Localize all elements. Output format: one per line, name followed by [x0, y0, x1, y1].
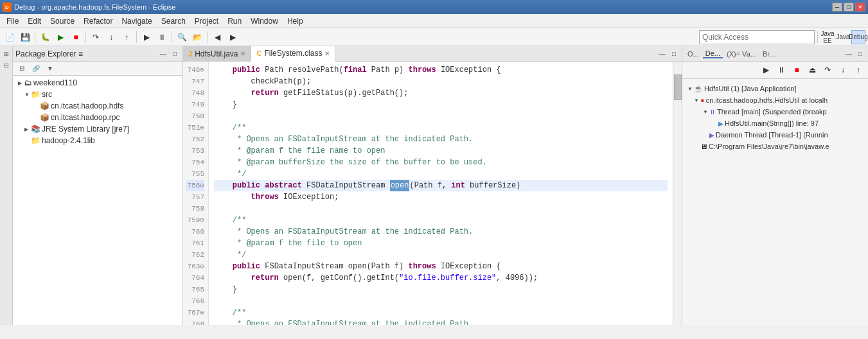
code-line-755: */ [214, 168, 668, 180]
code-line-765: } [214, 284, 668, 295]
menu-source[interactable]: Source [46, 15, 78, 27]
stop-button[interactable]: ■ [69, 30, 83, 44]
menu-refactor[interactable]: Refactor [80, 15, 116, 27]
tab-close-hdfsutil[interactable]: ✕ [240, 50, 245, 57]
debug-step-into-btn[interactable]: ↓ [836, 63, 850, 77]
save-button[interactable]: 💾 [18, 30, 32, 44]
tree-item-src[interactable]: ▼ 📁 src [13, 89, 182, 100]
menu-window[interactable]: Window [247, 15, 282, 27]
code-content[interactable]: public Path resolvePath(final Path p) th… [209, 62, 673, 325]
scrollbar-thumb[interactable] [674, 74, 682, 100]
tree-item-hadoop-lib[interactable]: 📁 hadoop-2.4.1lib [13, 135, 182, 146]
settings-btn[interactable]: ▼ [44, 63, 56, 74]
tree-arrow-jre: ▶ [24, 126, 31, 132]
tree-icon-rpc: 📦 [40, 113, 49, 122]
open-resource-button[interactable]: 📂 [190, 30, 204, 44]
debug-tab-debug[interactable]: De... [703, 49, 723, 58]
left-icon-1[interactable]: ⊞ [1, 49, 12, 59]
tab-hdfsutil[interactable]: J HdfsUtil.java ✕ [183, 46, 251, 62]
panel-title: Package Explorer ≡ [15, 49, 158, 58]
vertical-scrollbar[interactable] [673, 62, 682, 325]
left-icon-2[interactable]: ⊟ [1, 60, 12, 71]
menu-project[interactable]: Project [191, 15, 222, 27]
tab-icon-hdfsutil: J [188, 50, 192, 58]
tree-label-weekend110: weekend110 [33, 78, 77, 87]
tab-close-filesystem[interactable]: ✕ [324, 50, 330, 57]
code-line-768: * Opens an FSDataInputStream at the indi… [214, 318, 668, 325]
step-out-button[interactable]: ↑ [120, 30, 134, 44]
menu-file[interactable]: File [3, 15, 22, 27]
code-line-753: * @param f the file name to open [214, 145, 668, 157]
new-button[interactable]: 📄 [3, 30, 17, 44]
menu-edit[interactable]: Edit [24, 15, 45, 27]
debug-button[interactable]: 🐛 [38, 30, 52, 44]
minimize-button[interactable]: ─ [832, 3, 842, 12]
panel-minimize-btn[interactable]: — [158, 49, 168, 59]
debug-icon-cn: ● [700, 96, 705, 104]
separator-5 [207, 31, 208, 43]
menu-navigate[interactable]: Navigate [118, 15, 155, 27]
next-edit-button[interactable]: ▶ [226, 30, 240, 44]
debug-item-hdfsutil-app[interactable]: ▼ ☕ HdfsUtil (1) [Java Application] [682, 83, 868, 94]
editor-tabs: J HdfsUtil.java ✕ C FileSystem.class ✕ —… [183, 46, 682, 62]
debug-terminate-btn[interactable]: ■ [790, 63, 804, 77]
debug-suspend-btn[interactable]: ⏸ [774, 63, 788, 77]
debug-item-cn-hdfsutil[interactable]: ▼ ● cn.itcast.hadoop.hdfs.HdfsUtil at lo… [682, 94, 868, 106]
tree-item-weekend110[interactable]: ▶ 🗂 weekend110 [13, 77, 182, 89]
close-button[interactable]: ✕ [855, 3, 865, 12]
debug-resume-btn[interactable]: ▶ [759, 63, 773, 77]
debug-disconnect-btn[interactable]: ⏏ [805, 63, 819, 77]
debug-panel-minimize[interactable]: — [844, 49, 854, 59]
run-button[interactable]: ▶ [53, 30, 67, 44]
line-num-754: 754 [186, 157, 204, 168]
step-into-button[interactable]: ↓ [104, 30, 118, 44]
code-line-767: /** [214, 307, 668, 318]
tree-item-jre[interactable]: ▶ 📚 JRE System Library [jre7] [13, 123, 182, 135]
code-line-754: * @param bufferSize the size of the buff… [214, 157, 668, 168]
debug-item-javaw[interactable]: 🖥 C:\Program Files\Java\jre7\bin\javaw.e [682, 141, 868, 152]
collapse-btn[interactable]: ⊟ [16, 63, 28, 74]
debug-item-daemon-thread[interactable]: ▶ Daemon Thread [Thread-1] (Runnin [682, 129, 868, 141]
prev-edit-button[interactable]: ◀ [210, 30, 224, 44]
step-over-button[interactable]: ↷ [89, 30, 103, 44]
separator-4 [172, 31, 172, 43]
code-line-763: public FSDataInputStream open(Path f) th… [214, 261, 668, 272]
link-btn[interactable]: 🔗 [30, 63, 42, 74]
debug-tab-outline[interactable]: O... [685, 50, 702, 58]
debug-item-thread-main[interactable]: ▼ ⏸ Thread [main] (Suspended (breakp [682, 106, 868, 117]
menu-search[interactable]: Search [157, 15, 190, 27]
code-line-758 [214, 203, 668, 214]
editor-minimize-btn[interactable]: — [657, 49, 668, 59]
panel-maximize-btn[interactable]: □ [170, 49, 180, 59]
debug-item-hdfsutil-main[interactable]: ▶ HdfsUtil.main(String[]) line: 97 [682, 117, 868, 129]
debug-tab-variables[interactable]: (X)= Va... [724, 50, 759, 58]
tree-item-hdfs[interactable]: 📦 cn.itcast.hadoop.hdfs [13, 100, 182, 112]
quick-access-input[interactable] [699, 30, 815, 44]
menu-help[interactable]: Help [283, 15, 307, 27]
debug-tab-breakpoints[interactable]: Br... [760, 50, 778, 58]
line-num-749: 749 [186, 99, 204, 110]
tab-filesystem[interactable]: C FileSystem.class ✕ [251, 46, 335, 62]
perspective-debug-button[interactable]: Debug [851, 30, 865, 44]
code-line-761: * @param f the file to open [214, 238, 668, 249]
open-type-button[interactable]: 🔍 [175, 30, 189, 44]
resume-button[interactable]: ▶ [139, 30, 154, 44]
panel-toolbar: ⊟ 🔗 ▼ [13, 62, 182, 76]
line-num-763: 763⊖ [186, 261, 204, 272]
perspective-java-button[interactable]: Java [836, 30, 850, 44]
suspend-button[interactable]: ⏸ [155, 30, 169, 44]
line-num-750: 750 [186, 110, 204, 122]
app-icon: D [3, 3, 12, 12]
debug-step-return-btn[interactable]: ↑ [851, 63, 865, 77]
menu-run[interactable]: Run [224, 15, 245, 27]
debug-step-over-btn[interactable]: ↷ [820, 63, 835, 77]
debug-arrow-2: ▼ [703, 109, 709, 115]
separator-2 [85, 31, 86, 43]
tree-icon-hadoop-lib: 📁 [31, 136, 40, 145]
editor-maximize-btn[interactable]: □ [669, 49, 679, 59]
tree-item-rpc[interactable]: 📦 cn.itcast.hadoop.rpc [13, 112, 182, 123]
debug-panel-maximize[interactable]: □ [855, 49, 865, 59]
perspective-javaee-button[interactable]: Java EE [820, 30, 835, 44]
restore-button[interactable]: □ [844, 3, 854, 12]
line-num-761: 761 [186, 238, 204, 249]
